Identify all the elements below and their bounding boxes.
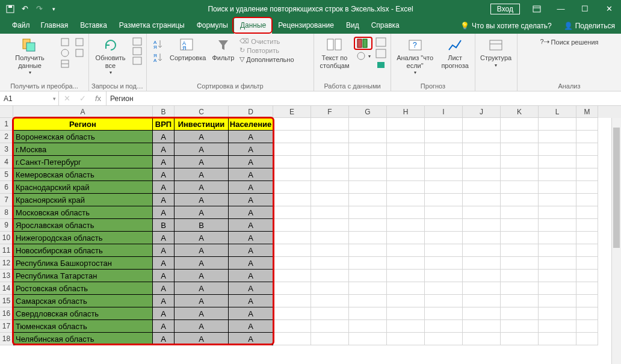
- cell[interactable]: A: [153, 307, 175, 320]
- cell[interactable]: [387, 219, 425, 232]
- cell[interactable]: A: [153, 131, 175, 143]
- cell[interactable]: A: [153, 156, 175, 168]
- row-header[interactable]: 12: [0, 257, 13, 270]
- cell[interactable]: [501, 282, 539, 295]
- queries-icon[interactable]: [131, 37, 144, 46]
- cell[interactable]: [311, 206, 349, 219]
- cell[interactable]: [349, 118, 387, 131]
- cell[interactable]: [349, 244, 387, 257]
- relationships-icon[interactable]: [374, 48, 388, 59]
- cell[interactable]: [576, 206, 598, 219]
- cell[interactable]: A: [229, 181, 273, 194]
- redo-icon[interactable]: ↷: [32, 2, 46, 16]
- cell[interactable]: [349, 219, 387, 232]
- cell[interactable]: [273, 168, 311, 181]
- cell[interactable]: Свердловская область: [13, 307, 153, 320]
- cancel-formula-icon[interactable]: ✕: [59, 94, 75, 103]
- cell[interactable]: [273, 333, 311, 345]
- cell[interactable]: [576, 333, 598, 345]
- cell[interactable]: [463, 333, 501, 345]
- cell[interactable]: A: [229, 194, 273, 206]
- cell[interactable]: [311, 156, 349, 168]
- cell[interactable]: [349, 257, 387, 270]
- remove-duplicates-button[interactable]: [354, 37, 372, 50]
- col-header[interactable]: A: [13, 106, 153, 118]
- share-button[interactable]: 👤Поделиться: [558, 22, 621, 30]
- cell[interactable]: [311, 219, 349, 232]
- cell[interactable]: [311, 282, 349, 295]
- cell[interactable]: [349, 206, 387, 219]
- close-button[interactable]: ✕: [597, 0, 621, 17]
- cell[interactable]: [463, 168, 501, 181]
- cell[interactable]: [501, 270, 539, 282]
- tab-рецензирование[interactable]: Рецензирование: [272, 18, 340, 34]
- cell[interactable]: [311, 270, 349, 282]
- cell[interactable]: A: [153, 333, 175, 345]
- consolidate-icon[interactable]: [374, 37, 388, 48]
- cell[interactable]: [273, 270, 311, 282]
- cell[interactable]: A: [153, 206, 175, 219]
- cell[interactable]: A: [175, 257, 229, 270]
- get-data-button[interactable]: Получить данные▾: [2, 35, 57, 76]
- cell[interactable]: Тюменская область: [13, 320, 153, 333]
- qat-dropdown-icon[interactable]: ▾: [47, 2, 60, 16]
- row-header[interactable]: 4: [0, 156, 13, 168]
- cell[interactable]: [425, 257, 463, 270]
- cell[interactable]: [576, 232, 598, 244]
- cell[interactable]: [576, 270, 598, 282]
- cell[interactable]: [425, 244, 463, 257]
- cell[interactable]: [349, 282, 387, 295]
- cell[interactable]: A: [229, 320, 273, 333]
- properties-icon[interactable]: [131, 46, 144, 56]
- cell[interactable]: A: [175, 131, 229, 143]
- cell[interactable]: Инвестиции: [175, 118, 229, 131]
- cell[interactable]: A: [229, 156, 273, 168]
- recent-sources-icon[interactable]: [73, 37, 86, 48]
- cell[interactable]: [311, 307, 349, 320]
- row-header[interactable]: 9: [0, 219, 13, 232]
- scrollbar-thumb[interactable]: [613, 128, 620, 248]
- cell[interactable]: [463, 206, 501, 219]
- cell[interactable]: [311, 168, 349, 181]
- cell[interactable]: [501, 307, 539, 320]
- cell[interactable]: [463, 282, 501, 295]
- refresh-all-button[interactable]: Обновить все▾: [91, 35, 129, 76]
- row-header[interactable]: 16: [0, 307, 13, 320]
- cell[interactable]: A: [175, 181, 229, 194]
- cell[interactable]: [425, 206, 463, 219]
- cell[interactable]: A: [175, 143, 229, 156]
- cell[interactable]: [576, 156, 598, 168]
- cell[interactable]: [387, 333, 425, 345]
- select-all-corner[interactable]: [0, 106, 13, 118]
- cell[interactable]: A: [153, 181, 175, 194]
- tab-данные[interactable]: Данные: [234, 18, 272, 34]
- cell[interactable]: [501, 244, 539, 257]
- cell[interactable]: [501, 194, 539, 206]
- cell[interactable]: Краснодарский край: [13, 181, 153, 194]
- cell[interactable]: A: [229, 295, 273, 307]
- row-header[interactable]: 15: [0, 295, 13, 307]
- save-icon[interactable]: [4, 2, 17, 16]
- cell[interactable]: Красноярский край: [13, 194, 153, 206]
- cell[interactable]: [576, 257, 598, 270]
- cell[interactable]: [349, 143, 387, 156]
- cell[interactable]: Регион: [13, 118, 153, 131]
- cell[interactable]: [501, 257, 539, 270]
- cell[interactable]: [501, 118, 539, 131]
- cell[interactable]: [425, 333, 463, 345]
- cell[interactable]: [349, 181, 387, 194]
- cell[interactable]: [311, 333, 349, 345]
- cell[interactable]: A: [175, 194, 229, 206]
- cell[interactable]: B: [175, 219, 229, 232]
- col-header[interactable]: E: [273, 106, 311, 118]
- cell[interactable]: [425, 131, 463, 143]
- cell[interactable]: [425, 156, 463, 168]
- cell[interactable]: A: [175, 295, 229, 307]
- ribbon-display-icon[interactable]: [525, 0, 549, 17]
- cell[interactable]: [273, 320, 311, 333]
- cell[interactable]: [425, 232, 463, 244]
- cell[interactable]: [311, 143, 349, 156]
- cell[interactable]: [387, 244, 425, 257]
- cell[interactable]: A: [175, 333, 229, 345]
- cell[interactable]: Население: [229, 118, 273, 131]
